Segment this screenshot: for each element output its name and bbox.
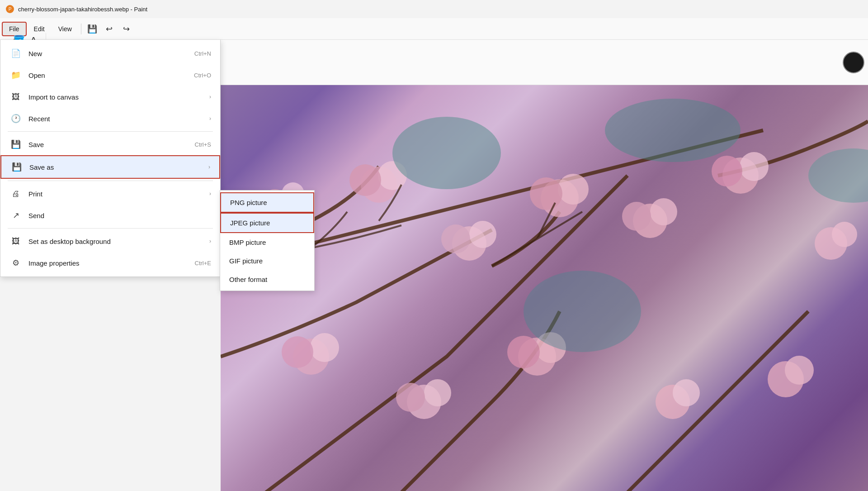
svg-point-16 — [650, 198, 677, 225]
saveas-gif-label: GIF picture — [229, 257, 263, 265]
menu-item-send[interactable]: ↗ Send — [0, 205, 220, 226]
undo-button[interactable]: ↩ — [101, 21, 118, 37]
toolbar-separator — [81, 24, 81, 34]
print-label: Print — [28, 190, 206, 198]
saveas-icon: 💾 — [10, 161, 23, 173]
svg-point-20 — [712, 156, 742, 186]
saveas-submenu: PNG picture JPEG picture BMP picture GIF… — [220, 190, 315, 291]
svg-point-33 — [673, 379, 700, 406]
menu-item-print[interactable]: 🖨 Print › — [0, 183, 220, 205]
import-label: Import to canvas — [28, 93, 206, 101]
svg-point-36 — [392, 117, 501, 189]
saveas-jpeg-label: JPEG picture — [230, 219, 270, 227]
svg-point-37 — [605, 99, 741, 162]
menu-item-save[interactable]: 💾 Save Ctrl+S — [0, 133, 220, 155]
saveas-other[interactable]: Other format — [220, 270, 314, 289]
menu-item-open[interactable]: 📁 Open Ctrl+O — [0, 64, 220, 86]
svg-point-35 — [785, 356, 814, 385]
svg-point-25 — [282, 336, 313, 368]
save-toolbar-button[interactable]: 💾 — [84, 21, 100, 37]
import-icon: 🖼 — [9, 91, 22, 103]
print-arrow: › — [209, 191, 211, 197]
saveas-bmp-label: BMP picture — [229, 238, 266, 246]
menu-bar: File Edit View 💾 ↩ ↪ — [0, 18, 868, 40]
saveas-png-label: PNG picture — [230, 199, 267, 206]
saveas-png[interactable]: PNG picture — [220, 192, 314, 213]
setbg-icon: 🖼 — [9, 235, 22, 248]
svg-point-28 — [396, 383, 425, 412]
svg-point-13 — [558, 174, 589, 205]
svg-point-31 — [507, 336, 540, 368]
menu-sep-3 — [8, 228, 213, 229]
svg-point-10 — [469, 221, 496, 248]
color-circle[interactable] — [843, 52, 864, 73]
saveas-arrow: › — [208, 164, 210, 170]
svg-text:P: P — [9, 7, 12, 12]
menu-item-recent[interactable]: 🕐 Recent › — [0, 108, 220, 129]
svg-point-22 — [832, 222, 857, 247]
props-icon: ⚙ — [9, 257, 22, 269]
new-label: New — [28, 50, 191, 57]
canvas-image — [221, 85, 868, 491]
recent-label: Recent — [28, 115, 206, 123]
window-title: cherry-blossom-japan-takahirobessh.webp … — [18, 6, 147, 13]
menu-item-import[interactable]: 🖼 Import to canvas › — [0, 86, 220, 108]
save-label: Save — [28, 141, 191, 148]
redo-button[interactable]: ↪ — [118, 21, 135, 37]
save-icon: 💾 — [9, 138, 22, 151]
send-label: Send — [28, 212, 211, 219]
menu-item-props[interactable]: ⚙ Image properties Ctrl+E — [0, 252, 220, 274]
title-bar: P cherry-blossom-japan-takahirobessh.web… — [0, 0, 868, 18]
svg-point-27 — [424, 379, 451, 406]
svg-point-24 — [310, 333, 339, 362]
saveas-jpeg[interactable]: JPEG picture — [220, 213, 314, 233]
svg-point-14 — [530, 177, 562, 210]
print-icon: 🖨 — [9, 187, 22, 200]
new-shortcut: Ctrl+N — [194, 50, 211, 57]
open-icon: 📁 — [9, 69, 22, 81]
svg-point-38 — [808, 148, 868, 203]
app-icon: P — [5, 5, 14, 14]
svg-point-17 — [622, 202, 651, 231]
blossom-svg — [221, 85, 868, 491]
open-label: Open — [28, 72, 190, 79]
menu-item-setbg[interactable]: 🖼 Set as desktop background › — [0, 230, 220, 252]
send-icon: ↗ — [9, 209, 22, 222]
saveas-gif[interactable]: GIF picture — [220, 252, 314, 270]
open-shortcut: Ctrl+O — [194, 72, 211, 79]
menu-item-new[interactable]: 📄 New Ctrl+N — [0, 43, 220, 64]
setbg-arrow: › — [209, 238, 211, 244]
recent-icon: 🕐 — [9, 112, 22, 125]
saveas-bmp[interactable]: BMP picture — [220, 233, 314, 252]
view-menu-button[interactable]: View — [52, 23, 78, 35]
svg-point-11 — [441, 224, 470, 253]
new-icon: 📄 — [9, 47, 22, 60]
menu-sep-1 — [8, 131, 213, 132]
menu-item-saveas[interactable]: 💾 Save as › — [0, 155, 220, 179]
save-shortcut: Ctrl+S — [195, 141, 211, 148]
saveas-other-label: Other format — [229, 276, 267, 283]
import-arrow: › — [209, 94, 211, 100]
props-label: Image properties — [28, 259, 191, 267]
svg-point-39 — [524, 271, 641, 352]
svg-point-19 — [740, 152, 769, 181]
props-shortcut: Ctrl+E — [195, 260, 211, 267]
svg-point-8 — [349, 164, 381, 196]
canvas-area — [221, 85, 868, 491]
file-menu-dropdown: 📄 New Ctrl+N 📁 Open Ctrl+O 🖼 Import to c… — [0, 40, 221, 277]
saveas-label: Save as — [29, 163, 205, 171]
recent-arrow: › — [209, 115, 211, 122]
menu-sep-2 — [8, 181, 213, 181]
setbg-label: Set as desktop background — [28, 238, 206, 245]
